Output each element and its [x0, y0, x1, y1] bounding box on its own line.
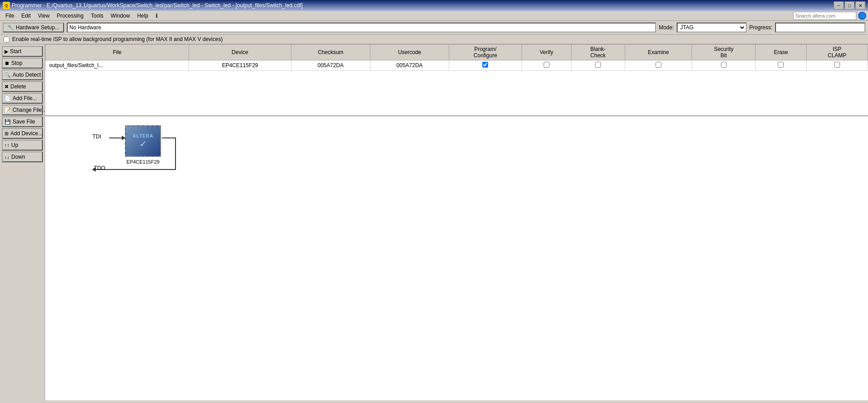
up-icon: ↑↑ — [5, 142, 9, 148]
menu-help[interactable]: Help — [134, 12, 152, 20]
close-button[interactable]: ✕ — [855, 1, 865, 9]
auto-detect-label: Auto Detect — [13, 72, 41, 78]
add-device-label: Add Device... — [10, 130, 42, 137]
chip-checkmark: ✓ — [139, 138, 147, 149]
chip-name-label: EP4CE115F29 — [125, 159, 161, 165]
cell-examine — [625, 60, 692, 71]
col-header-isp-clamp: ISPCLAMP — [806, 45, 868, 60]
sidebar: ▶ Start ⏹ Stop 🔍 Auto Detect ✖ Delete 📄 … — [0, 44, 45, 400]
progress-label: Progress: — [749, 24, 772, 31]
maximize-button[interactable]: □ — [845, 1, 854, 9]
menu-processing[interactable]: Processing — [53, 12, 87, 20]
col-header-program: Program/Configure — [449, 45, 522, 60]
col-header-examine: Examine — [625, 45, 692, 60]
col-header-security: SecurityBit — [692, 45, 756, 60]
delete-label: Delete — [10, 83, 26, 90]
mode-select[interactable]: JTAG Active Serial Passive Serial In-Soc… — [677, 23, 747, 32]
isp-row: Enable real-time ISP to allow background… — [0, 35, 868, 44]
chain-bottom-line — [100, 169, 176, 170]
progress-bar — [775, 23, 865, 32]
window-title: Programmer - E:/Quartus_13.1/quartus/Wor… — [12, 2, 834, 9]
auto-detect-button[interactable]: 🔍 Auto Detect — [2, 69, 43, 80]
program-checkbox[interactable] — [482, 62, 488, 68]
isp-label: Enable real-time ISP to allow background… — [12, 36, 223, 42]
cell-security — [692, 60, 756, 71]
down-button[interactable]: ↓↓ Down — [2, 151, 43, 162]
erase-checkbox[interactable] — [778, 62, 784, 68]
change-file-icon: 📝 — [5, 107, 11, 113]
delete-button[interactable]: ✖ Delete — [2, 81, 43, 92]
menu-bar: File Edit View Processing Tools Window H… — [0, 11, 868, 21]
start-icon: ▶ — [5, 49, 8, 55]
change-file-button[interactable]: 📝 Change File... — [2, 105, 43, 115]
security-checkbox[interactable] — [721, 62, 727, 68]
cell-program — [449, 60, 522, 71]
cell-device: EP4CE115F29 — [189, 60, 291, 71]
cell-checksum: 005A72DA — [291, 60, 370, 71]
tdi-label: TDI — [92, 133, 101, 140]
down-icon: ↓↓ — [5, 154, 9, 160]
save-file-button[interactable]: 💾 Save File — [2, 116, 43, 127]
add-device-icon: ⊞ — [5, 131, 9, 137]
auto-detect-icon: 🔍 — [5, 72, 11, 78]
chip-brand-label: ALTERA — [133, 133, 153, 138]
menu-tools[interactable]: Tools — [87, 12, 107, 20]
hardware-value-input[interactable] — [67, 23, 656, 32]
isp-clamp-checkbox[interactable] — [834, 62, 840, 68]
tdi-arrow-line — [109, 137, 125, 138]
chain-diagram: TDI ALTERA ✓ EP4CE115F29 T — [45, 116, 868, 400]
stop-label: Stop — [11, 60, 23, 66]
cell-isp-clamp — [806, 60, 868, 71]
up-button[interactable]: ↑↑ Up — [2, 140, 43, 151]
title-bar: Q Programmer - E:/Quartus_13.1/quartus/W… — [0, 0, 868, 11]
menu-edit[interactable]: Edit — [18, 12, 34, 20]
stop-icon: ⏹ — [5, 60, 9, 66]
col-header-usercode: Usercode — [370, 45, 449, 60]
col-header-checksum: Checksum — [291, 45, 370, 60]
menu-view[interactable]: View — [34, 12, 53, 20]
cell-erase — [755, 60, 806, 71]
hardware-setup-button[interactable]: 🔧 Hardware Setup... — [3, 23, 64, 32]
add-device-button[interactable]: ⊞ Add Device... — [2, 128, 43, 139]
search-input[interactable] — [793, 12, 856, 20]
menu-window[interactable]: Window — [107, 12, 134, 20]
blank-check-checkbox[interactable] — [595, 62, 601, 68]
cell-blank-check — [571, 60, 625, 71]
table-header-row: File Device Checksum Usercode Program/Co… — [46, 45, 868, 60]
up-label: Up — [11, 142, 18, 148]
content-area: File Device Checksum Usercode Program/Co… — [45, 44, 868, 400]
app-icon: Q — [3, 2, 10, 9]
isp-checkbox[interactable] — [4, 37, 9, 42]
start-button[interactable]: ▶ Start — [2, 46, 43, 57]
stop-button[interactable]: ⏹ Stop — [2, 58, 43, 69]
globe-icon[interactable]: 🌐 — [858, 12, 866, 20]
change-file-label: Change File... — [13, 107, 46, 113]
examine-checkbox[interactable] — [656, 62, 661, 68]
minimize-button[interactable]: ─ — [834, 1, 844, 9]
main-area: ▶ Start ⏹ Stop 🔍 Auto Detect ✖ Delete 📄 … — [0, 44, 868, 400]
col-header-verify: Verify — [522, 45, 571, 60]
col-header-file: File — [46, 45, 189, 60]
device-table: File Device Checksum Usercode Program/Co… — [45, 44, 868, 71]
device-table-container: File Device Checksum Usercode Program/Co… — [45, 44, 868, 116]
window-controls: ─ □ ✕ — [834, 1, 865, 9]
mode-label: Mode: — [659, 24, 674, 31]
hardware-setup-label: Hardware Setup... — [16, 24, 60, 31]
menu-file[interactable]: File — [2, 12, 18, 20]
down-label: Down — [11, 154, 25, 160]
verify-checkbox[interactable] — [544, 62, 549, 68]
add-file-button[interactable]: 📄 Add File... — [2, 93, 43, 104]
cell-usercode: 005A72DA — [370, 60, 449, 71]
add-file-label: Add File... — [13, 95, 37, 101]
menu-info[interactable]: ℹ — [152, 12, 162, 20]
col-header-blank-check: Blank-Check — [571, 45, 625, 60]
chip-body: ALTERA ✓ — [125, 125, 161, 157]
tdo-label: TDO — [94, 165, 105, 171]
col-header-device: Device — [189, 45, 291, 60]
col-header-erase: Erase — [755, 45, 806, 60]
cell-file: output_files/Switch_l... — [46, 60, 189, 71]
hardware-setup-icon: 🔧 — [7, 24, 14, 31]
table-row: output_files/Switch_l... EP4CE115F29 005… — [46, 60, 868, 71]
save-file-icon: 💾 — [5, 119, 11, 125]
add-file-icon: 📄 — [5, 96, 11, 101]
